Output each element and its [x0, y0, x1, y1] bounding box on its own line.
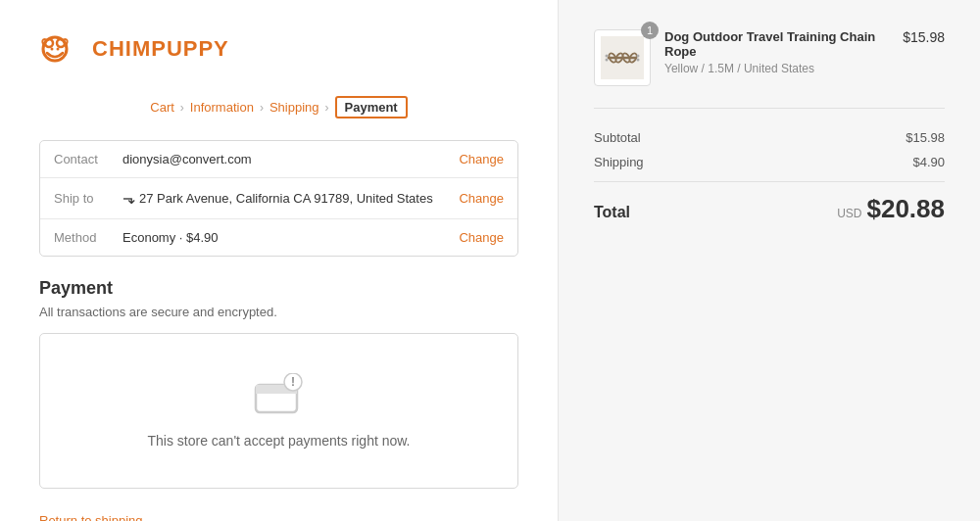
return-to-shipping-link[interactable]: Return to shipping: [39, 513, 143, 521]
item-info: Dog Outdoor Travel Training Chain Rope Y…: [664, 29, 889, 75]
breadcrumb-cart[interactable]: Cart: [150, 100, 174, 115]
svg-point-4: [57, 48, 60, 51]
svg-point-3: [51, 48, 54, 51]
logo-area: CHIMPUPPY: [39, 29, 518, 69]
info-row-contact: Contact dionysia@convert.com Change: [40, 141, 517, 178]
product-image-svg: [601, 36, 644, 79]
method-change-button[interactable]: Change: [459, 230, 504, 245]
payment-section-title: Payment: [39, 278, 518, 299]
logo: CHIMPUPPY: [39, 29, 229, 69]
svg-point-19: [637, 59, 640, 62]
info-row-shipto: Ship to ⬎ 27 Park Avenue, California CA …: [40, 178, 517, 219]
method-value: Economy · $4.90: [122, 230, 449, 245]
payment-section-subtitle: All transactions are secure and encrypte…: [39, 305, 518, 319]
shipto-value: 27 Park Avenue, California CA 91789, Uni…: [139, 191, 449, 206]
total-divider: [594, 181, 945, 182]
breadcrumb-sep-2: ›: [260, 101, 264, 115]
shipto-label: Ship to: [54, 191, 122, 206]
right-panel: 1 Dog Outdoor Travel Training Chain Rope…: [559, 0, 980, 521]
breadcrumb-sep-1: ›: [180, 101, 184, 115]
item-image: [594, 29, 651, 86]
item-name: Dog Outdoor Travel Training Chain Rope: [664, 29, 889, 59]
svg-point-18: [637, 55, 640, 58]
order-totals: Subtotal $15.98 Shipping $4.90 Total USD…: [594, 130, 945, 224]
breadcrumb-shipping[interactable]: Shipping: [270, 100, 319, 115]
breadcrumb-payment[interactable]: Payment: [335, 96, 408, 118]
cursor-icon: ⬎: [122, 189, 135, 208]
info-box: Contact dionysia@convert.com Change Ship…: [39, 140, 518, 257]
logo-icon: [39, 29, 86, 69]
item-variant: Yellow / 1.5M / United States: [664, 62, 889, 75]
svg-point-1: [45, 39, 53, 47]
grand-total-currency: USD: [837, 207, 861, 220]
breadcrumb-information[interactable]: Information: [190, 100, 254, 115]
subtotal-row: Subtotal $15.98: [594, 130, 945, 145]
subtotal-label: Subtotal: [594, 130, 641, 145]
item-image-wrap: 1: [594, 29, 651, 86]
grand-total-value-wrap: USD $20.88: [837, 194, 945, 224]
logo-text: CHIMPUPPY: [92, 36, 229, 62]
payment-unavailable-text: This store can't accept payments right n…: [147, 433, 410, 449]
shipping-row: Shipping $4.90: [594, 155, 945, 169]
svg-point-16: [606, 55, 609, 58]
left-panel: CHIMPUPPY Cart › Information › Shipping …: [0, 0, 559, 521]
info-row-method: Method Economy · $4.90 Change: [40, 219, 517, 256]
payment-unavailable-box: ! This store can't accept payments right…: [39, 333, 518, 489]
svg-point-17: [606, 59, 609, 62]
grand-total-label: Total: [594, 204, 630, 221]
breadcrumb: Cart › Information › Shipping › Payment: [39, 96, 518, 118]
item-quantity-badge: 1: [641, 22, 659, 39]
shipping-label: Shipping: [594, 155, 644, 169]
svg-point-2: [57, 39, 65, 47]
grand-total-row: Total USD $20.88: [594, 194, 945, 224]
item-price: $15.98: [903, 29, 945, 45]
subtotal-value: $15.98: [906, 130, 945, 145]
order-item: 1 Dog Outdoor Travel Training Chain Rope…: [594, 29, 945, 109]
breadcrumb-sep-3: ›: [325, 101, 329, 115]
wallet-icon: !: [254, 373, 305, 416]
svg-text:!: !: [291, 375, 295, 389]
payment-icon: !: [254, 373, 305, 419]
contact-value: dionysia@convert.com: [122, 152, 449, 166]
contact-change-button[interactable]: Change: [459, 152, 504, 166]
shipto-change-button[interactable]: Change: [459, 191, 504, 206]
grand-total-value: $20.88: [866, 194, 945, 224]
contact-label: Contact: [54, 152, 122, 166]
method-label: Method: [54, 230, 122, 245]
shipping-value: $4.90: [912, 155, 945, 169]
